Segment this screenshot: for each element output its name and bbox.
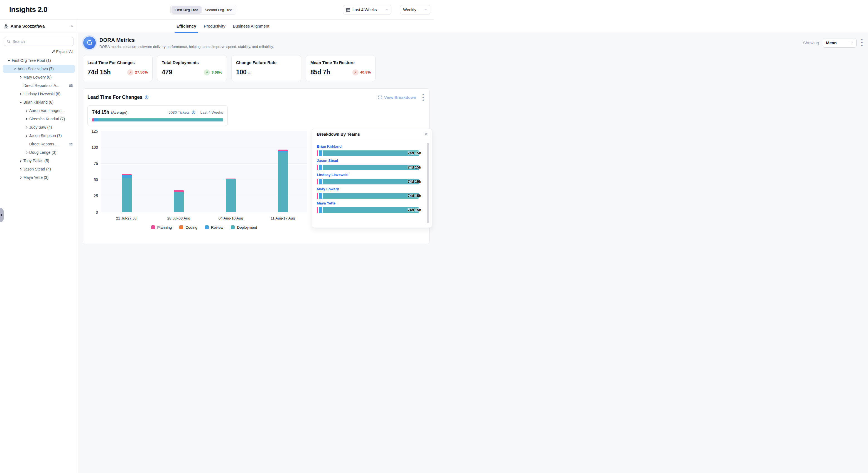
tree-item-label: Jason Stead (4): [23, 167, 51, 171]
metric-card-title: Lead Time For Changes: [87, 60, 148, 65]
breakdown-segment-planning: [317, 165, 318, 170]
legend-item-coding[interactable]: Coding: [179, 225, 197, 230]
breakdown-team-link[interactable]: Maya Yette: [317, 201, 420, 205]
metric-card-value-row: 479↗3.68%: [162, 68, 222, 76]
tree-item-brian-kirkland[interactable]: Brian Kirkland (6): [3, 98, 75, 107]
breakdown-scrollbar[interactable]: [427, 143, 429, 223]
chevron-right-icon[interactable]: [24, 134, 29, 138]
breakdown-segment-review: [319, 207, 322, 213]
tree-item-label: Judy Saw (4): [29, 125, 52, 129]
date-range-select[interactable]: Last 4 Weeks: [343, 5, 392, 14]
sidebar-collapse-handle[interactable]: [0, 208, 4, 222]
chevron-right-icon[interactable]: [18, 176, 23, 179]
metric-cards-row: Lead Time For Changes74d 15h↗27.56%Total…: [83, 55, 434, 81]
breakdown-segment-planning: [317, 193, 318, 199]
breakdown-team-link[interactable]: Mary Lowery: [317, 187, 420, 191]
tree-item-mary-lowery[interactable]: Mary Lowery (6): [3, 73, 75, 81]
lead-time-kebab-menu-icon[interactable]: •••: [422, 93, 425, 102]
metric-card-value-row: 74d 15h↗27.56%: [87, 68, 148, 76]
chevron-right-icon[interactable]: [24, 151, 29, 154]
tree-item-first-org-tree-root[interactable]: First Org Tree Root (1): [3, 56, 75, 65]
gridline-25: [101, 196, 307, 196]
tree-item-anna-scozzafava[interactable]: Anna Scozzafava (7): [3, 65, 75, 73]
expand-all-button[interactable]: Expand All: [0, 50, 78, 54]
tree-item-maya-yette[interactable]: Maya Yette (3): [3, 173, 75, 182]
expand-corners-icon: [378, 95, 382, 99]
average-bar-segment-deployment: [98, 118, 223, 121]
content-area: DORA Metrics DORA metrics measure softwa…: [78, 33, 434, 237]
gridline-0: [101, 212, 307, 212]
chevron-right-icon[interactable]: [18, 76, 23, 79]
tree-item-aaron-van-langen[interactable]: Aaron Van Langen...: [3, 107, 75, 115]
x-axis-label-4: 11 Aug-17 Aug: [271, 216, 295, 220]
tree-item-label: Aaron Van Langen...: [29, 108, 65, 113]
tree-item-direct-reports[interactable]: Direct Reports ...: [3, 140, 75, 148]
tree-item-label: Sireesha Kunduri (7): [29, 117, 65, 121]
y-axis-tick-100: 100: [87, 145, 98, 150]
breakdown-value: 74d 15h: [408, 194, 421, 198]
average-period: Last 4 Weeks: [200, 110, 223, 115]
metric-card-unit: %: [248, 71, 251, 75]
toggle-second-org-tree[interactable]: Second Org Tree: [202, 6, 235, 13]
sidebar-header[interactable]: Anna Scozzafava: [0, 20, 78, 33]
legend-item-review[interactable]: Review: [205, 225, 223, 230]
legend-item-planning[interactable]: Planning: [151, 225, 172, 230]
top-bar: Insights 2.0 First Org Tree Second Org T…: [0, 0, 434, 20]
tree-item-lindsay-liszewski[interactable]: Lindsay Liszewski (8): [3, 90, 75, 98]
legend-item-deployment[interactable]: Deployment: [231, 225, 257, 230]
bar-segment-deployment: [278, 152, 288, 212]
chevron-right-icon[interactable]: [18, 168, 23, 171]
filter-sliders-icon[interactable]: [69, 142, 73, 146]
chevron-down-icon[interactable]: [18, 100, 23, 104]
chevron-right-icon[interactable]: [24, 109, 29, 113]
breakdown-segment-planning: [317, 207, 318, 213]
tree-item-label: Anna Scozzafava (7): [18, 66, 54, 71]
granularity-select[interactable]: Weekly: [400, 5, 430, 14]
y-axis-tick-25: 25: [87, 194, 98, 198]
chevron-up-icon[interactable]: [70, 24, 74, 28]
filter-sliders-icon[interactable]: [69, 84, 73, 88]
search-input[interactable]: [12, 39, 71, 44]
tab-productivity[interactable]: Productivity: [204, 24, 225, 28]
metric-card-change-failure-rate: Change Failure Rate100%: [231, 55, 301, 81]
org-chart-icon: [4, 24, 8, 28]
chevron-right-icon[interactable]: [18, 92, 23, 96]
toggle-first-org-tree[interactable]: First Org Tree: [172, 6, 201, 13]
breakdown-value: 74d 15h: [408, 151, 421, 155]
chevron-right-icon[interactable]: [18, 159, 23, 163]
bar-segment-deployment: [174, 192, 184, 212]
meta-divider: |: [197, 110, 198, 115]
tree-item-label: First Org Tree Root (1): [12, 58, 51, 63]
average-label: (Average): [111, 110, 127, 115]
chevron-right-icon[interactable]: [24, 126, 29, 129]
tab-efficiency[interactable]: Efficiency: [177, 24, 196, 28]
breakdown-team-link[interactable]: Jason Stead: [317, 158, 420, 163]
breakdown-team-link[interactable]: Brian Kirkland: [317, 144, 420, 148]
tree-item-sireesha-kunduri[interactable]: Sireesha Kunduri (7): [3, 115, 75, 123]
tree-item-jason-stead[interactable]: Jason Stead (4): [3, 165, 75, 173]
y-axis-tick-50: 50: [87, 177, 98, 182]
tree-item-doug-lange[interactable]: Doug Lange (3): [3, 148, 75, 156]
tree-item-tony-pallas[interactable]: Tony Pallas (5): [3, 156, 75, 165]
tree-item-jason-simpson[interactable]: Jason Simpson (7): [3, 131, 75, 140]
info-icon[interactable]: [145, 95, 149, 99]
tree-item-label: Brian Kirkland (6): [23, 100, 54, 105]
tree-item-label: Doug Lange (3): [29, 150, 56, 155]
metric-card-value: 100: [236, 68, 246, 76]
metric-card-value: 74d 15h: [87, 68, 111, 76]
view-breakdown-button[interactable]: View Breakdown: [378, 95, 416, 100]
chevron-down-icon[interactable]: [6, 59, 12, 62]
breakdown-team-link[interactable]: Lindsay Liszewski: [317, 173, 420, 177]
breakdown-value: 74d 15h: [408, 165, 421, 169]
metric-card-lead-time-for-changes: Lead Time For Changes74d 15h↗27.56%: [83, 55, 153, 81]
info-icon[interactable]: [191, 110, 195, 114]
legend-swatch-coding: [179, 225, 183, 229]
chevron-right-icon[interactable]: [24, 117, 29, 121]
tree-item-judy-saw[interactable]: Judy Saw (4): [3, 123, 75, 131]
close-icon[interactable]: ✕: [424, 131, 428, 137]
tree-item-direct-reports-of-a[interactable]: Direct Reports of A...: [3, 81, 75, 90]
breakdown-segment-deployment: [323, 150, 420, 156]
chevron-down-icon[interactable]: [12, 67, 18, 71]
tab-business-alignment[interactable]: Business Alignment: [233, 24, 269, 28]
breakdown-row-mary-lowery: Mary Lowery74d 15h: [317, 187, 420, 199]
